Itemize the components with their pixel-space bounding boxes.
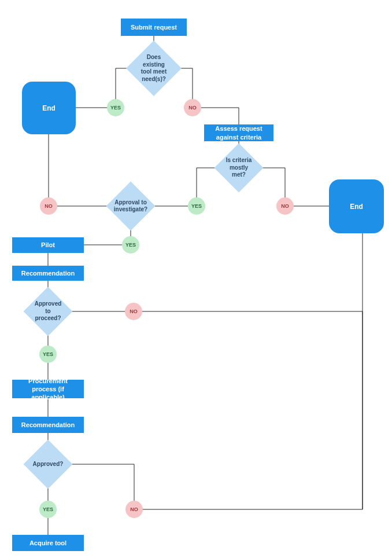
label: Approved to proceed? (34, 300, 62, 322)
label: Does existing tool meet need(s)? (138, 54, 170, 83)
node-approved-decision: Approved? (31, 447, 65, 482)
node-criteria-decision: Is criteria mostly met? (221, 150, 256, 185)
label: End (42, 104, 56, 112)
tag-no: NO (40, 197, 57, 215)
label: Pilot (41, 241, 55, 249)
node-recommendation-2: Recommendation (12, 417, 84, 433)
node-submit-request: Submit request (121, 19, 187, 36)
node-recommendation-1: Recommendation (12, 266, 84, 281)
tag-no: NO (125, 303, 142, 320)
tag-no: NO (125, 501, 143, 518)
tag-no: NO (276, 197, 294, 215)
label: Assess request against criteria (208, 124, 270, 141)
label: Approval to investigate? (114, 199, 147, 214)
node-end-left: End (22, 82, 76, 134)
tag-no: NO (184, 99, 201, 116)
tag-yes: YES (188, 197, 205, 215)
tag-yes: YES (39, 501, 57, 518)
flowchart-canvas: Submit request Does existing tool meet n… (0, 0, 392, 558)
node-procurement: Procurement process (if applicable) (12, 380, 84, 398)
node-approval-investigate-decision: Approval to investigate? (113, 189, 148, 223)
tag-yes: YES (122, 236, 139, 254)
tag-yes: YES (39, 346, 57, 363)
node-end-right: End (329, 179, 384, 233)
label: Recommendation (21, 421, 75, 429)
label: Recommendation (21, 269, 75, 277)
label: Submit request (131, 23, 177, 31)
label: Acquire tool (29, 539, 66, 547)
node-approved-proceed-decision: Approved to proceed? (31, 294, 65, 329)
node-existing-tool-decision: Does existing tool meet need(s)? (134, 49, 173, 88)
tag-yes: YES (107, 99, 124, 116)
label: Is criteria mostly met? (225, 157, 253, 179)
node-pilot: Pilot (12, 237, 84, 253)
node-assess-request: Assess request against criteria (204, 124, 273, 141)
node-acquire-tool: Acquire tool (12, 535, 84, 551)
label: Procurement process (if applicable) (16, 377, 80, 402)
label: Approved? (33, 461, 64, 468)
label: End (350, 203, 363, 211)
